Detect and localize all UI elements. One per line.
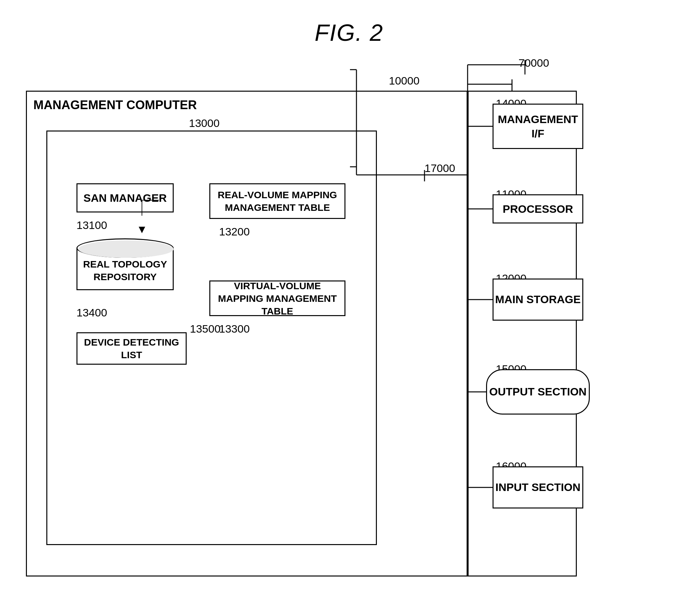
- real-volume-label: REAL-VOLUME MAPPING MANAGEMENT TABLE: [210, 188, 345, 214]
- san-manager-label: SAN MANAGER: [84, 192, 167, 204]
- label-13300: 13300: [219, 323, 250, 335]
- real-topology-container: REAL TOPOLOGY REPOSITORY: [76, 238, 174, 297]
- output-section-box: OUTPUT SECTION: [486, 369, 590, 415]
- figure-title: FIG. 2: [315, 19, 383, 46]
- main-storage-label: MAIN STORAGE: [495, 292, 581, 307]
- cylinder-top-fill: [79, 240, 174, 258]
- cylinder-shape: REAL TOPOLOGY REPOSITORY: [76, 238, 174, 297]
- vertical-line: [466, 91, 469, 576]
- virtual-volume-label: VIRTUAL-VOLUME MAPPING MANAGEMENT TABLE: [210, 280, 345, 317]
- label-13100: 13100: [76, 219, 107, 232]
- management-if-box: MANAGEMENT I/F: [492, 104, 583, 149]
- device-detecting-label: DEVICE DETECTING LIST: [78, 336, 186, 361]
- software-box: SAN MANAGER 13100 REAL TOPOLOGY REPOSITO…: [46, 130, 377, 545]
- cylinder-top: [76, 238, 174, 258]
- label-13500: 13500: [190, 323, 221, 335]
- san-manager-box: SAN MANAGER: [76, 183, 174, 213]
- label-70000: 70000: [518, 57, 549, 69]
- management-computer-label: MANAGEMENT COMPUTER: [33, 98, 197, 112]
- label-17000: 17000: [424, 162, 455, 175]
- processor-box: PROCESSOR: [492, 194, 583, 224]
- management-if-label: MANAGEMENT I/F: [493, 112, 582, 141]
- real-volume-box: REAL-VOLUME MAPPING MANAGEMENT TABLE: [209, 183, 346, 219]
- label-13400: 13400: [76, 306, 107, 319]
- label-13000: 13000: [189, 117, 220, 130]
- real-topology-label: REAL TOPOLOGY REPOSITORY: [76, 258, 174, 283]
- processor-label: PROCESSOR: [503, 203, 573, 215]
- virtual-volume-box: VIRTUAL-VOLUME MAPPING MANAGEMENT TABLE: [209, 281, 346, 316]
- input-section-label: INPUT SECTION: [495, 479, 581, 495]
- label-10000: 10000: [389, 74, 420, 87]
- input-section-box: INPUT SECTION: [492, 467, 583, 508]
- device-detecting-box: DEVICE DETECTING LIST: [76, 332, 187, 365]
- main-storage-box: MAIN STORAGE: [492, 278, 583, 321]
- output-section-label: OUTPUT SECTION: [489, 384, 587, 400]
- label-13200: 13200: [219, 226, 250, 238]
